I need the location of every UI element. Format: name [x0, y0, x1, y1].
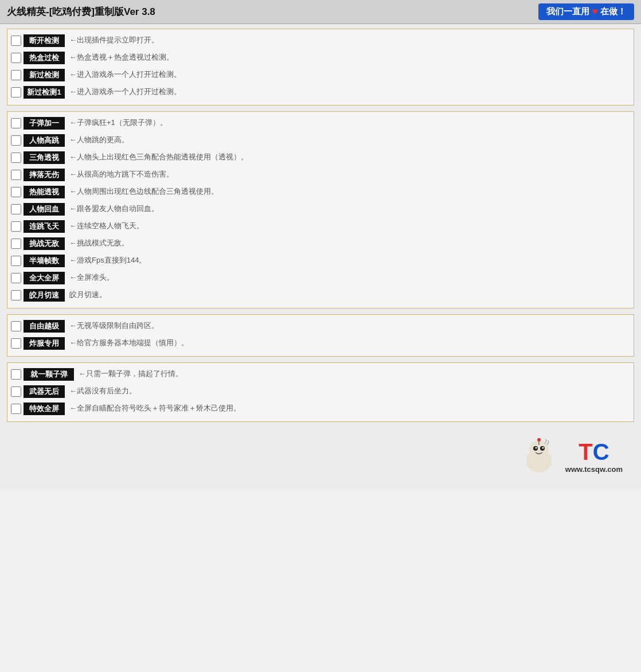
checkbox-triangle-esp[interactable] [11, 153, 21, 163]
feature-label-hotbox: 热盒过检 [24, 52, 65, 64]
list-item: 摔落无伤 ←从很高的地方跳下不造伤害。 [10, 167, 631, 184]
heart-icon: ♥ [592, 6, 598, 18]
svg-point-4 [535, 447, 537, 449]
feature-desc-free-cross: ←无视等级限制自由跨区。 [69, 320, 630, 331]
feature-label-fullscreen-effect: 特效全屏 [24, 403, 65, 415]
feature-label-free-cross: 自由越级 [24, 320, 65, 333]
feature-label-moon-speed: 皎月切速 [24, 289, 65, 302]
feature-label-triangle-esp: 三角透视 [24, 151, 65, 164]
feature-desc-high-jump: ←人物跳的更高。 [69, 134, 630, 146]
list-item: 热能透视 ←人物周围出现红色边线配合三角透视使用。 [10, 184, 631, 201]
list-item: 就一颗子弹 ←只需一颗子弹，搞起了行情。 [10, 366, 631, 384]
robot-mascot-icon [516, 433, 562, 479]
feature-label-disconnect: 断开检测 [24, 34, 65, 47]
feature-label-no-recoil: 武器无后 [24, 385, 65, 398]
app-header: 火线精英-[吃鸡付费]重制版Ver 3.8 我们一直用 ♥ 在做！ [0, 0, 641, 24]
tc-logo-text: TC [579, 439, 609, 465]
list-item: 热盒过检 ←热盒透视＋热盒透视过检测。 [10, 50, 631, 67]
feature-label-newcheck: 新过检测 [24, 69, 65, 81]
section-server: 自由越级 ←无视等级限制自由跨区。 炸服专用 ←给官方服务器本地端提（慎用）。 [7, 314, 634, 357]
checkbox-fullscreen[interactable] [11, 273, 21, 283]
feature-desc-moon-speed: 皎月切速。 [69, 289, 630, 300]
list-item: 新过检测 ←进入游戏杀一个人打开过检测。 [10, 67, 631, 84]
list-item: 三角透视 ←人物头上出现红色三角配合热能透视使用（透视）。 [10, 150, 631, 167]
checkbox-newcheck1[interactable] [11, 87, 21, 97]
checkbox-fps-boost[interactable] [11, 256, 21, 266]
checkbox-fullscreen-effect[interactable] [11, 404, 21, 414]
watermark-site: www.tcsqw.com [565, 465, 623, 474]
feature-desc-crash-server: ←给官方服务器本地端提（慎用）。 [69, 337, 630, 349]
checkbox-crash-server[interactable] [11, 338, 21, 349]
checkbox-disconnect[interactable] [11, 36, 21, 46]
feature-desc-newcheck: ←进入游戏杀一个人打开过检测。 [69, 69, 630, 80]
watermark-text: TC www.tcsqw.com [565, 439, 623, 474]
feature-desc-fullscreen-effect: ←全屏自瞄配合符号吃头＋符号家准＋矫木己使用。 [69, 403, 630, 414]
list-item: 炸服专用 ←给官方服务器本地端提（慎用）。 [10, 335, 631, 353]
checkbox-high-jump[interactable] [11, 135, 21, 146]
checkbox-moon-speed[interactable] [11, 290, 21, 300]
checkbox-fly-jump[interactable] [11, 221, 21, 232]
feature-label-no-fall-dmg: 摔落无伤 [24, 169, 65, 181]
header-badge: 我们一直用 ♥ 在做！ [538, 3, 634, 20]
list-item: 全大全屏 ←全屏准头。 [10, 270, 631, 287]
feature-desc-thermal-esp: ←人物周围出现红色边线配合三角透视使用。 [69, 186, 630, 197]
feature-desc-fps-boost: ←游戏Fps直接到144。 [69, 255, 630, 266]
list-item: 武器无后 ←武器没有后坐力。 [10, 384, 631, 401]
checkbox-no-fall-dmg[interactable] [11, 170, 21, 180]
feature-label-auto-heal: 人物回血 [24, 203, 65, 216]
svg-point-7 [537, 438, 541, 442]
section-detection: 断开检测 ←出现插件提示立即打开。 热盒过检 ←热盒透视＋热盒透视过检测。 新过… [7, 29, 634, 106]
feature-label-high-jump: 人物高跳 [24, 134, 65, 147]
list-item: 特效全屏 ←全屏自瞄配合符号吃头＋符号家准＋矫木己使用。 [10, 401, 631, 418]
feature-label-crash-server: 炸服专用 [24, 337, 65, 350]
list-item: 自由越级 ←无视等级限制自由跨区。 [10, 318, 631, 335]
feature-label-fly-jump: 连跳飞天 [24, 220, 65, 233]
list-item: 子弹加一 ←子弹疯狂+1（无限子弹）。 [10, 115, 631, 132]
checkbox-auto-heal[interactable] [11, 204, 21, 214]
checkbox-thermal-esp[interactable] [11, 187, 21, 197]
feature-label-one-bullet: 就一颗子弹 [24, 368, 74, 381]
checkbox-challenge-invincible[interactable] [11, 239, 21, 249]
feature-desc-no-recoil: ←武器没有后坐力。 [69, 385, 630, 397]
feature-label-fullscreen: 全大全屏 [24, 272, 65, 284]
svg-point-5 [542, 447, 544, 449]
badge-text-1: 我们一直用 [546, 6, 589, 17]
feature-desc-one-bullet: ←只需一颗子弹，搞起了行情。 [79, 368, 630, 380]
app-title: 火线精英-[吃鸡付费]重制版Ver 3.8 [7, 5, 155, 18]
feature-desc-no-fall-dmg: ←从很高的地方跳下不造伤害。 [69, 169, 630, 180]
checkbox-bullet-plus[interactable] [11, 118, 21, 128]
list-item: 新过检测1 ←进入游戏杀一个人打开过检测。 [10, 84, 631, 101]
svg-rect-9 [547, 458, 552, 466]
feature-desc-hotbox: ←热盒透视＋热盒透视过检测。 [69, 52, 630, 63]
feature-desc-fly-jump: ←连续空格人物飞天。 [69, 220, 630, 232]
list-item: 皎月切速 皎月切速。 [10, 287, 631, 304]
bottom-area: TC www.tcsqw.com [7, 428, 634, 485]
list-item: 连跳飞天 ←连续空格人物飞天。 [10, 218, 631, 236]
checkbox-newcheck[interactable] [11, 70, 21, 80]
svg-rect-8 [526, 458, 531, 466]
list-item: 人物回血 ←跟各盟友人物自动回血。 [10, 201, 631, 218]
watermark: TC www.tcsqw.com [516, 433, 623, 479]
checkbox-one-bullet[interactable] [11, 369, 21, 380]
feature-desc-auto-heal: ←跟各盟友人物自动回血。 [69, 203, 630, 214]
list-item: 断开检测 ←出现插件提示立即打开。 [10, 33, 631, 50]
feature-desc-bullet-plus: ←子弹疯狂+1（无限子弹）。 [69, 117, 630, 128]
checkbox-hotbox[interactable] [11, 53, 21, 63]
feature-desc-newcheck1: ←进入游戏杀一个人打开过检测。 [69, 86, 630, 97]
feature-label-thermal-esp: 热能透视 [24, 186, 65, 198]
main-content: 断开检测 ←出现插件提示立即打开。 热盒过检 ←热盒透视＋热盒透视过检测。 新过… [0, 24, 641, 490]
checkbox-no-recoil[interactable] [11, 386, 21, 397]
list-item: 挑战无敌 ←挑战模式无敌。 [10, 236, 631, 253]
feature-desc-triangle-esp: ←人物头上出现红色三角配合热能透视使用（透视）。 [69, 151, 630, 163]
feature-desc-fullscreen: ←全屏准头。 [69, 272, 630, 283]
checkbox-free-cross[interactable] [11, 321, 21, 331]
section-weapon: 就一颗子弹 ←只需一颗子弹，搞起了行情。 武器无后 ←武器没有后坐力。 特效全屏… [7, 362, 634, 422]
list-item: 半墙帧数 ←游戏Fps直接到144。 [10, 253, 631, 270]
feature-label-bullet-plus: 子弹加一 [24, 117, 65, 130]
badge-text-2: 在做！ [600, 6, 626, 17]
feature-desc-challenge-invincible: ←挑战模式无敌。 [69, 237, 630, 249]
section-gameplay: 子弹加一 ←子弹疯狂+1（无限子弹）。 人物高跳 ←人物跳的更高。 三角透视 ←… [7, 111, 634, 308]
list-item: 人物高跳 ←人物跳的更高。 [10, 132, 631, 150]
feature-label-fps-boost: 半墙帧数 [24, 255, 65, 267]
feature-label-newcheck1: 新过检测1 [24, 86, 65, 99]
